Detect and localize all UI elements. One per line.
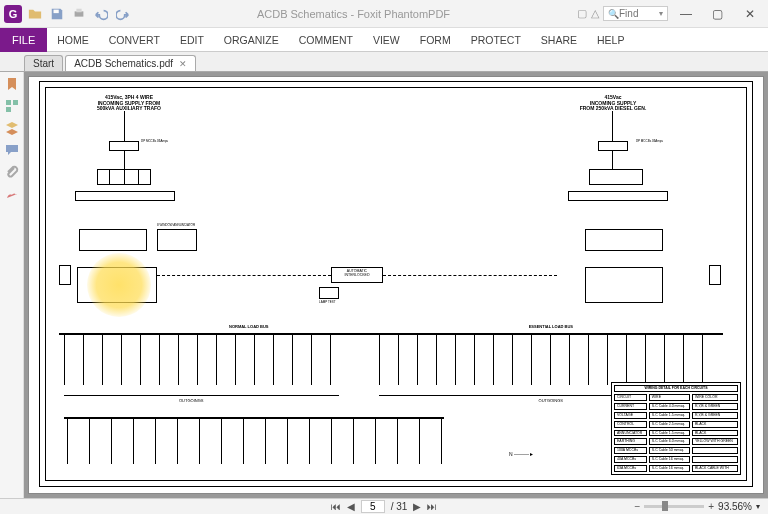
tab-help[interactable]: HELP <box>587 28 634 52</box>
ribbon-toggle-icon[interactable]: △ <box>591 7 599 20</box>
find-dropdown-icon[interactable]: ▾ <box>659 9 663 18</box>
menu-collapse-icon[interactable]: ▢ <box>577 7 587 20</box>
outgoings-left: OUTGOINGS <box>179 399 203 403</box>
find-box[interactable]: 🔍 ▾ <box>603 6 668 21</box>
right-supply-header3: FROM 250kVA DIESEL GEN. <box>580 105 647 111</box>
svg-rect-5 <box>6 107 11 112</box>
save-icon[interactable] <box>50 7 64 21</box>
zoom-in-button[interactable]: + <box>708 501 714 512</box>
zoom-dropdown-icon[interactable]: ▾ <box>756 502 760 511</box>
find-input[interactable] <box>619 8 659 19</box>
window-title: ACDB Schematics - Foxit PhantomPDF <box>257 8 450 20</box>
nav-sidebar <box>0 72 24 498</box>
undo-icon[interactable] <box>94 7 108 21</box>
tab-edit[interactable]: EDIT <box>170 28 214 52</box>
wiring-detail-table: WIRING DETAIL FOR EACH CIRCUITS CIRCUITW… <box>611 382 741 475</box>
svg-rect-0 <box>54 9 59 13</box>
svg-rect-2 <box>76 8 81 12</box>
signature-icon[interactable] <box>4 186 20 202</box>
zoom-value: 93.56% <box>718 501 752 512</box>
print-icon[interactable] <box>72 7 86 21</box>
outgoings-right: OUTGOINGS <box>539 399 563 403</box>
close-button[interactable]: ✕ <box>736 4 764 24</box>
tab-form[interactable]: FORM <box>410 28 461 52</box>
mccb-label-right: DP MCCBs 06Amps <box>636 140 663 143</box>
open-icon[interactable] <box>28 7 42 21</box>
doctab-label: ACDB Schematics.pdf <box>74 58 173 69</box>
doctab-current[interactable]: ACDB Schematics.pdf ✕ <box>65 55 196 71</box>
annunciator-label: 8 WINDOW ANNUNCIATOR <box>157 224 195 227</box>
next-page-button[interactable]: ▶ <box>413 501 421 512</box>
pdf-page: 415Vac, 3PH 4 WIRE INCOMING SUPPLY FROM … <box>28 76 764 494</box>
comments-icon[interactable] <box>4 142 20 158</box>
north-arrow: N ———► <box>509 452 534 458</box>
tab-comment[interactable]: COMMENT <box>289 28 363 52</box>
left-supply-header3: 500kVA AUXILIARY TRAFO <box>97 105 161 111</box>
tab-home[interactable]: HOME <box>47 28 99 52</box>
svg-rect-3 <box>6 100 11 105</box>
first-page-button[interactable]: ⏮ <box>331 501 341 512</box>
tab-share[interactable]: SHARE <box>531 28 587 52</box>
zoom-out-button[interactable]: − <box>634 501 640 512</box>
bookmark-icon[interactable] <box>4 76 20 92</box>
statusbar: ⏮ ◀ / 31 ▶ ⏭ − + 93.56% ▾ <box>0 498 768 514</box>
doctab-start[interactable]: Start <box>24 55 63 71</box>
last-page-button[interactable]: ⏭ <box>427 501 437 512</box>
mccb-label: DP MCCBs 06Amps <box>141 140 168 143</box>
auto-interlock2: INTERLOCKED <box>345 273 370 277</box>
normal-bus-label: NORMAL LOAD BUS <box>229 325 268 329</box>
tab-organize[interactable]: ORGANIZE <box>214 28 289 52</box>
ribbon: FILE HOME CONVERT EDIT ORGANIZE COMMENT … <box>0 28 768 52</box>
tab-protect[interactable]: PROTECT <box>461 28 531 52</box>
minimize-button[interactable]: — <box>672 4 700 24</box>
tab-view[interactable]: VIEW <box>363 28 410 52</box>
app-icon: G <box>4 5 22 23</box>
document-viewer[interactable]: 415Vac, 3PH 4 WIRE INCOMING SUPPLY FROM … <box>24 72 768 498</box>
lamp-test: LAMP TEST <box>319 301 336 304</box>
page-total: / 31 <box>391 501 408 512</box>
zoom-slider[interactable] <box>644 505 704 508</box>
thumbnails-icon[interactable] <box>4 98 20 114</box>
attachments-icon[interactable] <box>4 164 20 180</box>
close-icon[interactable]: ✕ <box>179 59 187 69</box>
layers-icon[interactable] <box>4 120 20 136</box>
file-tab[interactable]: FILE <box>0 28 47 52</box>
maximize-button[interactable]: ▢ <box>704 4 732 24</box>
redo-icon[interactable] <box>116 7 130 21</box>
page-input[interactable] <box>361 500 385 513</box>
search-icon: 🔍 <box>608 9 619 19</box>
svg-rect-4 <box>13 100 18 105</box>
doctab-label: Start <box>33 58 54 69</box>
essential-bus-label: ESSENTIAL LOAD BUS <box>529 325 573 329</box>
document-tabs: Start ACDB Schematics.pdf ✕ <box>0 52 768 72</box>
tab-convert[interactable]: CONVERT <box>99 28 170 52</box>
titlebar: G ACDB Schematics - Foxit PhantomPDF ▢ △… <box>0 0 768 28</box>
prev-page-button[interactable]: ◀ <box>347 501 355 512</box>
